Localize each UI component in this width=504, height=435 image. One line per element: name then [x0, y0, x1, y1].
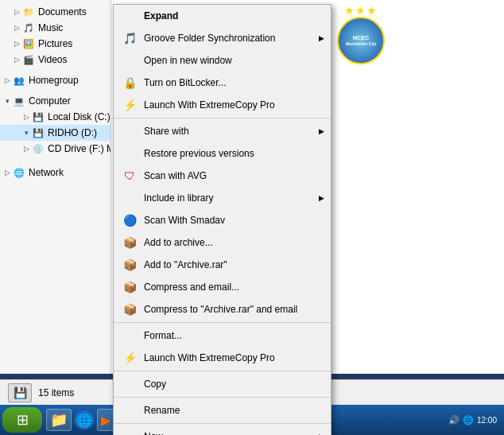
archive-rar-icon: 📦 — [122, 257, 138, 273]
bitlocker-icon: 🔒 — [122, 75, 138, 91]
ctx-copy[interactable]: Copy — [114, 373, 331, 395]
extremecopy2-icon: ⚡ — [122, 350, 138, 366]
sidebar-label-documents: Documents — [38, 6, 87, 17]
sidebar-label-videos: Videos — [38, 54, 67, 65]
ctx-format[interactable]: Format... — [114, 324, 331, 347]
local-disk-icon: 💾 — [32, 111, 45, 123]
computer-icon: 💻 — [13, 95, 25, 107]
ctx-extremecopy1[interactable]: ⚡ Launch With ExtremeCopy Pro — [114, 94, 331, 116]
context-menu: Expand 🎵 Groove Folder Synchronization O… — [113, 4, 331, 435]
expand-arrow-homegroup: ▷ — [3, 76, 11, 84]
ctx-include-library[interactable]: Include in library — [114, 187, 331, 209]
ctx-open-new-label: Open in new window — [144, 55, 232, 66]
taskbar-media-button[interactable]: ▶ — [97, 409, 114, 431]
groove-icon: 🎵 — [122, 30, 138, 46]
manchester-city-badge: MCEC Manchester City — [337, 17, 385, 64]
tray-time: 12:00 — [477, 416, 497, 425]
ctx-rename[interactable]: Rename — [114, 399, 331, 421]
ctx-share-with[interactable]: Share with — [114, 120, 331, 142]
ctx-include-library-label: Include in library — [144, 192, 213, 204]
sidebar-item-documents[interactable]: ▷ 📁 Documents — [0, 4, 110, 20]
restore-icon — [122, 146, 138, 161]
new-icon — [122, 429, 138, 435]
ctx-groove-label: Groove Folder Synchronization — [144, 33, 275, 44]
ctx-sep1 — [114, 118, 331, 118]
ctx-bitlocker-label: Turn on BitLocker... — [144, 77, 227, 88]
ctx-bitlocker[interactable]: 🔒 Turn on BitLocker... — [114, 72, 331, 94]
network-icon: 🌐 — [13, 166, 25, 179]
tray-network-icon[interactable]: 🌐 — [463, 415, 474, 425]
smadav-icon: 🔵 — [122, 212, 138, 228]
ctx-extremecopy1-label: Launch With ExtremeCopy Pro — [144, 99, 275, 111]
status-left: 💾 15 items — [8, 383, 74, 402]
library-icon — [122, 190, 138, 206]
ctx-open-new-window[interactable]: Open in new window — [114, 49, 331, 72]
ctx-scan-avg-label: Scan with AVG — [144, 170, 207, 181]
taskbar-ie-button[interactable]: 🌐 — [75, 410, 94, 429]
expand-arrow-network: ▷ — [3, 169, 11, 177]
ctx-restore[interactable]: Restore previous versions — [114, 142, 331, 165]
ctx-new-label: New — [144, 431, 163, 435]
pictures-icon: 🖼️ — [22, 37, 35, 50]
ctx-extremecopy2-label: Launch With ExtremeCopy Pro — [144, 352, 275, 363]
ctx-expand-label: Expand — [144, 10, 178, 21]
ctx-compress-rar-email[interactable]: 📦 Compress to "Archive.rar" and email — [114, 298, 331, 320]
tray-volume-icon[interactable]: 🔊 — [448, 415, 459, 425]
ctx-add-archive[interactable]: 📦 Add to archive... — [114, 231, 331, 254]
sidebar-item-network[interactable]: ▷ 🌐 Network — [0, 165, 110, 181]
sidebar-item-pictures[interactable]: ▷ 🖼️ Pictures — [0, 36, 110, 52]
expand-arrow-videos: ▷ — [13, 56, 21, 64]
open-new-icon — [122, 52, 138, 68]
ctx-sep5 — [114, 423, 331, 424]
archive-icon: 📦 — [122, 235, 138, 251]
ctx-format-label: Format... — [144, 330, 182, 341]
expand-arrow-pictures: ▷ — [13, 40, 21, 48]
ctx-scan-smadav-label: Scan With Smadav — [144, 215, 225, 226]
sidebar-label-computer: Computer — [29, 95, 71, 107]
ctx-add-archive-label: Add to archive... — [144, 237, 213, 248]
documents-icon: 📁 — [22, 6, 35, 18]
ctx-scan-smadav[interactable]: 🔵 Scan With Smadav — [114, 209, 331, 231]
ctx-sep4 — [114, 397, 331, 398]
ctx-compress-email[interactable]: 📦 Compress and email... — [114, 276, 331, 298]
system-tray: 🔊 🌐 12:00 — [444, 415, 502, 425]
compress-rar-email-icon: 📦 — [122, 301, 138, 317]
badge-stars: ★★★ — [344, 4, 378, 17]
manchester-city-badge-container: ★★★ MCEC Manchester City — [337, 4, 385, 64]
ctx-groove[interactable]: 🎵 Groove Folder Synchronization — [114, 27, 331, 49]
ridho-drive-icon: 💾 — [32, 126, 45, 139]
sidebar-label-homegroup: Homegroup — [29, 75, 79, 86]
sidebar-label-music: Music — [38, 22, 63, 33]
ctx-add-archive-rar-label: Add to "Archive.rar" — [144, 259, 227, 270]
sidebar-label-network: Network — [29, 167, 64, 178]
ctx-expand[interactable]: Expand — [114, 5, 331, 27]
homegroup-icon: 👥 — [13, 74, 25, 87]
rename-icon — [122, 402, 138, 418]
ctx-add-archive-rar[interactable]: 📦 Add to "Archive.rar" — [114, 254, 331, 276]
extremecopy1-icon: ⚡ — [122, 97, 138, 113]
expand-arrow-computer: ▾ — [3, 97, 11, 105]
sidebar-item-homegroup[interactable]: ▷ 👥 Homegroup — [0, 72, 110, 88]
ctx-scan-avg[interactable]: 🛡 Scan with AVG — [114, 165, 331, 187]
sidebar-item-cddrive[interactable]: ▷ 💿 CD Drive (F:) M — [0, 141, 110, 157]
sidebar-item-ridho[interactable]: ▾ 💾 RIDHO (D:) — [0, 125, 110, 141]
share-icon — [122, 123, 138, 139]
format-icon — [122, 328, 138, 344]
taskbar-folder-button[interactable]: 📁 — [46, 409, 72, 431]
start-button[interactable]: ⊞ — [2, 407, 42, 433]
sidebar-item-music[interactable]: ▷ 🎵 Music — [0, 20, 110, 36]
sidebar-item-local-disk[interactable]: ▷ 💾 Local Disk (C:) — [0, 109, 110, 125]
sidebar-label-cddrive: CD Drive (F:) M — [48, 143, 110, 154]
ctx-restore-label: Restore previous versions — [144, 148, 254, 159]
cddrive-icon: 💿 — [32, 142, 45, 155]
compress-email-icon: 📦 — [122, 279, 138, 295]
sidebar-item-computer[interactable]: ▾ 💻 Computer — [0, 93, 110, 109]
expand-arrow: ▷ — [13, 8, 21, 16]
expand-arrow-cddrive: ▷ — [22, 145, 30, 153]
ctx-sep2 — [114, 322, 331, 323]
ctx-extremecopy2[interactable]: ⚡ Launch With ExtremeCopy Pro — [114, 347, 331, 369]
sidebar-item-videos[interactable]: ▷ 🎬 Videos — [0, 52, 110, 68]
expand-arrow-music: ▷ — [13, 24, 21, 32]
sidebar: ▷ 📁 Documents ▷ 🎵 Music ▷ 🖼️ Pictures ▷ … — [0, 0, 111, 374]
ctx-new[interactable]: New — [114, 425, 331, 435]
